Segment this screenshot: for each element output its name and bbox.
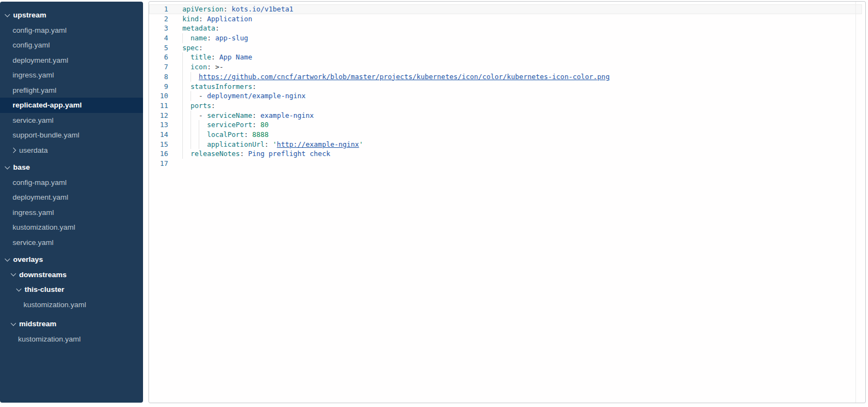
sidebar-item-label: this-cluster — [25, 285, 64, 294]
code-content[interactable]: https://github.com/cncf/artwork/blob/mas… — [182, 72, 862, 82]
code-line[interactable]: 1apiVersion: kots.io/v1beta1 — [149, 4, 862, 14]
sidebar-item-config-yaml[interactable]: config.yaml — [0, 38, 143, 53]
app-root: upstreamconfig-map.yamlconfig.yamldeploy… — [0, 0, 868, 407]
sidebar-item-deployment-yaml[interactable]: deployment.yaml — [0, 190, 143, 205]
code-token: 80 — [260, 121, 269, 129]
indent-guide — [182, 111, 183, 121]
code-token — [182, 140, 207, 148]
code-content[interactable]: statusInformers: — [182, 82, 862, 92]
code-token: apiVersion — [182, 5, 223, 13]
code-token: applicationUrl — [207, 140, 264, 148]
code-line[interactable]: 16 releaseNotes: Ping preflight check — [149, 149, 862, 159]
sidebar-item-preflight-yaml[interactable]: preflight.yaml — [0, 83, 143, 98]
indent-guide — [199, 140, 199, 149]
code-line[interactable]: 12 - serviceName: example-nginx — [149, 111, 862, 121]
sidebar-item-support-bundle-yaml[interactable]: support-bundle.yaml — [0, 128, 143, 143]
indent-guide — [191, 91, 191, 101]
code-token — [182, 53, 191, 61]
code-content[interactable] — [182, 159, 862, 169]
code-line[interactable]: 13 servicePort: 80 — [149, 120, 862, 130]
code-line[interactable]: 8 https://github.com/cncf/artwork/blob/m… — [149, 72, 862, 82]
code-content[interactable]: name: app-slug — [182, 33, 862, 43]
sidebar-item-midstream[interactable]: midstream — [0, 316, 143, 332]
chevron-down-icon — [11, 271, 16, 277]
code-line[interactable]: 10 - deployment/example-nginx — [149, 91, 862, 101]
sidebar-item-kustomization-yaml[interactable]: kustomization.yaml — [0, 220, 143, 235]
line-number: 3 — [149, 23, 168, 33]
sidebar-item-kustomization-yaml[interactable]: kustomization.yaml — [0, 332, 143, 347]
chevron-right-icon — [11, 147, 16, 153]
sidebar-item-config-map-yaml[interactable]: config-map.yaml — [0, 175, 143, 190]
code-content[interactable]: icon: >- — [182, 62, 862, 72]
sidebar-item-label: service.yaml — [13, 238, 53, 247]
code-token: serviceName — [207, 111, 252, 119]
sidebar-item-userdata[interactable]: userdata — [0, 143, 143, 158]
code-line[interactable]: 15 applicationUrl: 'http://example-nginx… — [149, 140, 862, 149]
indent-guide — [191, 130, 191, 140]
sidebar-item-upstream[interactable]: upstream — [0, 8, 143, 23]
code-content[interactable]: kind: Application — [182, 14, 862, 24]
sidebar-item-downstreams[interactable]: downstreams — [0, 267, 143, 283]
code-line[interactable]: 11 ports: — [149, 101, 862, 111]
indent-guide — [182, 140, 183, 149]
code-token: ports — [191, 101, 211, 110]
code-line[interactable]: 7 icon: >- — [149, 62, 862, 72]
code-line[interactable]: 9 statusInformers: — [149, 82, 862, 92]
code-content[interactable]: servicePort: 80 — [182, 120, 862, 130]
code-token: icon — [191, 63, 207, 71]
chevron-down-icon — [5, 256, 10, 261]
code-content[interactable]: ports: — [182, 101, 862, 111]
sidebar-item-config-map-yaml[interactable]: config-map.yaml — [0, 23, 143, 38]
sidebar-item-ingress-yaml[interactable]: ingress.yaml — [0, 68, 143, 83]
scrollbar-track-line — [855, 2, 856, 403]
indent-guide — [182, 52, 183, 62]
sidebar-item-deployment-yaml[interactable]: deployment.yaml — [0, 53, 143, 68]
code-content[interactable]: title: App Name — [182, 52, 862, 62]
sidebar-item-base[interactable]: base — [0, 160, 143, 175]
code-token: statusInformers — [191, 82, 252, 91]
code-token: - — [199, 111, 207, 119]
code-editor[interactable]: 1apiVersion: kots.io/v1beta12kind: Appli… — [149, 2, 862, 169]
sidebar-item-label: replicated-app.yaml — [13, 101, 82, 109]
code-token — [182, 121, 207, 129]
code-line[interactable]: 4 name: app-slug — [149, 33, 862, 43]
line-number: 6 — [149, 52, 168, 62]
code-content[interactable]: releaseNotes: Ping preflight check — [182, 149, 862, 159]
code-token: kots.io/v1beta1 — [231, 5, 293, 13]
line-number: 7 — [149, 62, 168, 72]
code-content[interactable]: localPort: 8888 — [182, 130, 862, 140]
code-line[interactable]: 3metadata: — [149, 23, 862, 33]
code-line[interactable]: 14 localPort: 8888 — [149, 130, 862, 140]
sidebar-item-this-cluster[interactable]: this-cluster — [0, 282, 143, 297]
sidebar-item-replicated-app-yaml[interactable]: replicated-app.yaml — [0, 98, 143, 113]
chevron-down-icon — [5, 164, 10, 169]
sidebar-item-kustomization-yaml[interactable]: kustomization.yaml — [0, 297, 143, 313]
code-line[interactable]: 2kind: Application — [149, 14, 862, 24]
code-line[interactable]: 6 title: App Name — [149, 52, 862, 62]
editor-panel: 1apiVersion: kots.io/v1beta12kind: Appli… — [148, 1, 866, 403]
sidebar-item-label: kustomization.yaml — [23, 301, 86, 309]
code-token — [182, 34, 191, 42]
sidebar-item-service-yaml[interactable]: service.yaml — [0, 235, 143, 250]
code-link[interactable]: http://example-nginx — [277, 140, 359, 148]
code-token: releaseNotes — [191, 149, 240, 158]
indent-guide — [182, 101, 183, 111]
sidebar-item-label: support-bundle.yaml — [13, 131, 79, 139]
code-token: metadata — [182, 24, 215, 32]
line-number: 17 — [149, 159, 168, 169]
code-link[interactable]: https://github.com/cncf/artwork/blob/mas… — [199, 73, 610, 81]
code-content[interactable]: applicationUrl: 'http://example-nginx' — [182, 140, 862, 149]
indent-guide — [191, 72, 191, 82]
code-line[interactable]: 5spec: — [149, 43, 862, 53]
code-token: ' — [359, 140, 364, 148]
code-content[interactable]: - deployment/example-nginx — [182, 91, 862, 101]
code-content[interactable]: spec: — [182, 43, 862, 53]
sidebar-item-ingress-yaml[interactable]: ingress.yaml — [0, 205, 143, 220]
code-content[interactable]: apiVersion: kots.io/v1beta1 — [182, 4, 862, 14]
code-content[interactable]: metadata: — [182, 23, 862, 33]
sidebar-item-service-yaml[interactable]: service.yaml — [0, 113, 143, 128]
sidebar-item-overlays[interactable]: overlays — [0, 252, 143, 267]
code-line[interactable]: 17 — [149, 159, 862, 169]
code-token: : — [207, 63, 215, 71]
code-content[interactable]: - serviceName: example-nginx — [182, 111, 862, 121]
